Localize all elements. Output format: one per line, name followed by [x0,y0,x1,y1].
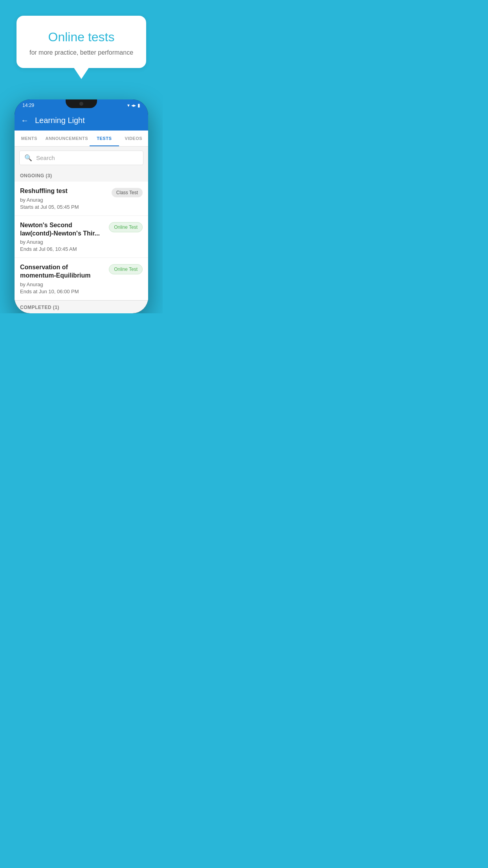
test-card-1[interactable]: Reshuffling test by Anurag Starts at Jul… [15,182,148,216]
speech-bubble: Online tests for more practice, better p… [17,16,146,68]
test-title-1: Reshuffling test [20,187,108,195]
phone-mockup: 14:29 ▾ ◂▸ ▮ ← Learning Light MENTS ANNO… [15,99,148,313]
test-card-2[interactable]: Newton's Second law(contd)-Newton's Thir… [15,216,148,258]
signal-icon: ◂▸ [131,103,136,108]
content-area: ONGOING (3) Reshuffling test by Anurag S… [15,169,148,313]
test-card-3[interactable]: Conservation of momentum-Equilibrium by … [15,258,148,300]
test-date-3: Ends at Jun 10, 06:00 PM [20,289,105,294]
hero-subtitle: for more practice, better performance [28,49,134,56]
search-input[interactable]: Search [36,154,55,161]
battery-icon: ▮ [138,103,140,108]
test-title-2: Newton's Second law(contd)-Newton's Thir… [20,221,105,238]
status-icons: ▾ ◂▸ ▮ [127,103,140,108]
test-badge-3: Online Test [109,264,143,274]
test-author-1: by Anurag [20,197,108,203]
test-title-3: Conservation of momentum-Equilibrium [20,263,105,280]
search-container: 🔍 Search [15,147,148,169]
search-box[interactable]: 🔍 Search [19,151,143,165]
hero-section: Online tests for more practice, better p… [0,0,163,76]
back-button[interactable]: ← [21,116,29,125]
ongoing-header: ONGOING (3) [15,169,148,182]
tab-ments[interactable]: MENTS [15,131,44,146]
phone-notch [66,99,97,108]
test-badge-2: Online Test [109,222,143,232]
search-icon: 🔍 [24,154,32,162]
status-time: 14:29 [22,103,34,108]
app-title: Learning Light [35,116,85,125]
app-bar: ← Learning Light [15,110,148,131]
test-date-2: Ends at Jul 06, 10:45 AM [20,246,105,252]
test-author-2: by Anurag [20,239,105,245]
test-info-2: Newton's Second law(contd)-Newton's Thir… [20,221,109,252]
test-badge-1: Class Test [112,188,143,197]
test-author-3: by Anurag [20,281,105,287]
tabs-bar: MENTS ANNOUNCEMENTS TESTS VIDEOS [15,131,148,147]
wifi-icon: ▾ [127,103,130,108]
test-info-1: Reshuffling test by Anurag Starts at Jul… [20,187,112,210]
phone-wrapper: 14:29 ▾ ◂▸ ▮ ← Learning Light MENTS ANNO… [7,99,156,313]
tab-videos[interactable]: VIDEOS [119,131,148,146]
camera [79,102,83,106]
tab-announcements[interactable]: ANNOUNCEMENTS [44,131,90,146]
completed-header: COMPLETED (1) [15,300,148,313]
hero-title: Online tests [28,30,134,44]
test-date-1: Starts at Jul 05, 05:45 PM [20,204,108,210]
tab-tests[interactable]: TESTS [90,131,119,146]
test-info-3: Conservation of momentum-Equilibrium by … [20,263,109,294]
